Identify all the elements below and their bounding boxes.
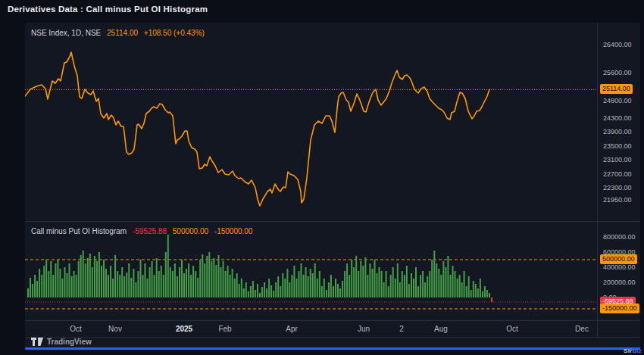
- histogram-bar: [248, 291, 249, 297]
- time-label: Jun: [358, 325, 370, 333]
- histogram-bar: [225, 271, 227, 297]
- histogram-bar: [317, 279, 318, 297]
- histogram-bar: [67, 273, 68, 297]
- histogram-bar: [351, 260, 352, 297]
- histogram-bar: [277, 276, 279, 297]
- histogram-bar: [408, 284, 410, 297]
- histogram-bar: [374, 260, 376, 297]
- time-label: 2: [399, 325, 404, 333]
- histogram-bar: [360, 261, 361, 297]
- histogram-bar: [112, 279, 114, 297]
- histogram-bar: [392, 267, 394, 297]
- histogram-bar: [126, 272, 127, 297]
- histogram-bar: [223, 261, 224, 297]
- histogram-bar: [85, 263, 86, 297]
- histogram-bar: [227, 266, 229, 297]
- histogram-legend[interactable]: Call minus Put OI Histogram -59525.88 50…: [31, 227, 256, 235]
- histogram-bar: [452, 266, 454, 297]
- histogram-bar: [55, 263, 56, 297]
- histogram-bar: [386, 271, 387, 297]
- price-line-path: [25, 52, 489, 206]
- histogram-bar: [489, 293, 490, 297]
- price-tick-label: 21950.00: [603, 195, 632, 204]
- histogram-bar: [422, 271, 424, 297]
- price-tick-label: 22700.00: [603, 170, 632, 179]
- histogram-bar: [250, 286, 252, 297]
- level-high-axis-label: 500000.00: [600, 254, 637, 264]
- histogram-bar: [344, 271, 345, 297]
- pane-separator[interactable]: [25, 221, 640, 222]
- histogram-bar: [188, 263, 189, 297]
- histogram-bar: [43, 266, 45, 297]
- histogram-bar: [324, 279, 325, 297]
- histogram-bar: [218, 255, 220, 297]
- histogram-bar: [255, 290, 256, 297]
- timescale-range-bar[interactable]: [25, 347, 640, 350]
- price-tick-label: 25600.00: [603, 68, 632, 77]
- histogram-bar: [76, 275, 77, 297]
- histogram-bar: [199, 260, 201, 297]
- histogram-bar: [264, 282, 265, 297]
- histogram-tick-label: 800000.00: [603, 232, 636, 241]
- histogram-bar: [145, 263, 146, 297]
- histogram-bar: [61, 279, 63, 297]
- histogram-pane[interactable]: Call minus Put OI Histogram -59525.88 50…: [25, 221, 597, 320]
- histogram-bar: [57, 260, 58, 297]
- tradingview-logo[interactable]: TradingView: [31, 338, 92, 346]
- histogram-bar: [293, 266, 295, 297]
- histogram-bar: [137, 271, 139, 297]
- histogram-bar: [147, 279, 148, 297]
- histogram-bar: [284, 279, 286, 297]
- histogram-bar: [377, 273, 378, 297]
- price-pane[interactable]: NSE Index, 1D, NSE 25114.00 +108.50 (+0.…: [25, 23, 597, 221]
- histogram-bar: [130, 278, 132, 297]
- histogram-bar: [346, 263, 348, 297]
- time-axis[interactable]: OctNov2025FebAprJun2AugOctDec: [25, 321, 597, 337]
- time-label: Nov: [108, 325, 122, 333]
- indicator-level-low: -150000.00: [214, 227, 253, 235]
- histogram-bar: [266, 288, 267, 297]
- price-axis[interactable]: 26400.0025600.0024800.0024300.0023900.00…: [597, 23, 640, 337]
- histogram-bar: [165, 252, 167, 297]
- histogram-bar: [379, 267, 380, 297]
- histogram-bar: [390, 275, 392, 297]
- price-tick-label: 24300.00: [603, 114, 632, 123]
- time-label: Oct: [70, 325, 82, 333]
- histogram-bar: [417, 286, 419, 297]
- bottom-toolbar: TradingView: [25, 338, 640, 347]
- main-chart-legend[interactable]: NSE Index, 1D, NSE 25114.00 +108.50 (+0.…: [31, 29, 208, 37]
- watermark-text-blue: Biz: [632, 347, 642, 354]
- histogram-bar: [415, 267, 417, 297]
- histogram-bar: [461, 282, 463, 297]
- histogram-bar: [358, 271, 359, 297]
- histogram-bar: [108, 275, 109, 297]
- histogram-bar: [303, 275, 305, 297]
- page-title: Derivatives Data : Call minus Put OI His…: [8, 5, 208, 14]
- price-tick-label: 24800.00: [603, 96, 632, 105]
- histogram-bar: [399, 282, 401, 297]
- histogram-bar: [190, 275, 192, 297]
- histogram-tick-label: 200000.00: [603, 278, 636, 287]
- histogram-bar: [406, 266, 408, 297]
- histogram-bar: [186, 269, 187, 297]
- histogram-bar: [105, 269, 107, 297]
- histogram-bar: [83, 251, 84, 297]
- histogram-bar: [243, 288, 245, 297]
- histogram-bar: [301, 263, 302, 297]
- histogram-bar: [349, 275, 350, 297]
- histogram-bar: [337, 284, 339, 297]
- histogram-bar: [241, 279, 242, 297]
- histogram-bar: [158, 271, 160, 297]
- level-low-axis-label: -150000.00: [600, 304, 639, 313]
- histogram-bar: [308, 276, 309, 297]
- histogram-bar: [117, 271, 118, 297]
- histogram-bar: [397, 263, 399, 297]
- price-tick-label: 23900.00: [603, 127, 632, 136]
- histogram-bar: [270, 285, 272, 297]
- histogram-bar: [482, 291, 483, 297]
- histogram-bar: [305, 267, 307, 297]
- last-price-value: 25114.00: [107, 29, 138, 37]
- histogram-bar: [36, 281, 38, 297]
- histogram-bar: [282, 273, 283, 297]
- histogram-bar: [170, 267, 171, 297]
